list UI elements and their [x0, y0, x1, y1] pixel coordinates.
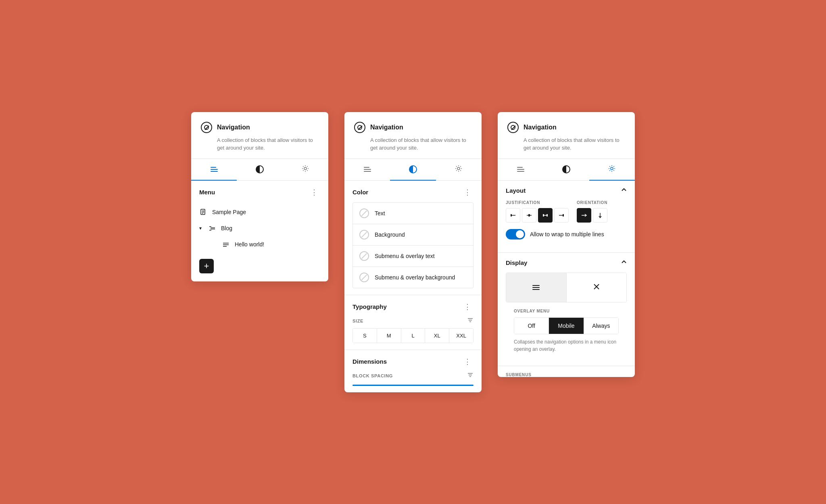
orientation-horizontal-button[interactable]: [577, 208, 591, 223]
panel-3-description: A collection of blocks that allow visito…: [507, 136, 625, 152]
panel-2-title: Navigation: [370, 124, 403, 131]
size-btn-s[interactable]: S: [353, 329, 377, 343]
panel-3-header: Navigation A collection of blocks that a…: [498, 112, 635, 159]
size-btn-l[interactable]: L: [401, 329, 426, 343]
color-more-button[interactable]: ⋮: [461, 187, 473, 198]
tab-list-1[interactable]: [191, 159, 237, 181]
list-item[interactable]: Submenu & overlay text: [353, 246, 473, 267]
layout-title: Layout: [506, 187, 526, 194]
size-btn-xxl[interactable]: XXL: [449, 329, 473, 343]
size-btn-m[interactable]: M: [377, 329, 401, 343]
size-button-group: S M L XL XXL: [353, 328, 473, 343]
block-spacing-label-row: BLOCK SPACING: [353, 372, 473, 380]
contrast-icon-1: [256, 165, 264, 173]
contrast-icon-2: [409, 165, 417, 173]
range-slider[interactable]: [353, 385, 473, 386]
color-swatch-submenu-text: [359, 251, 369, 261]
layout-collapse-button[interactable]: [621, 187, 627, 194]
svg-rect-23: [528, 214, 530, 217]
hamburger-display-icon: [532, 285, 540, 290]
justify-center-button[interactable]: [522, 208, 536, 223]
tab-color-3[interactable]: [543, 159, 589, 181]
tab-color-1[interactable]: [237, 159, 282, 181]
typography-section-header: Typography ⋮: [353, 302, 473, 312]
justification-col: JUSTIFICATION: [506, 200, 569, 223]
display-option-close[interactable]: [566, 273, 627, 302]
orientation-col: ORIENTATION: [577, 200, 627, 223]
page-icon: [199, 208, 207, 216]
menu-more-button[interactable]: ⋮: [308, 187, 320, 198]
panel-2-header: Navigation A collection of blocks that a…: [344, 112, 482, 159]
orientation-label: ORIENTATION: [577, 200, 627, 205]
hamburger-icon-2: [364, 167, 371, 172]
gear-icon-2: [455, 165, 463, 174]
menu-item-label: Hello world!: [235, 241, 264, 248]
overlay-mobile-button[interactable]: Mobile: [549, 318, 584, 334]
add-menu-item-button[interactable]: +: [199, 259, 214, 273]
justify-right-button[interactable]: [554, 208, 569, 223]
tab-color-2[interactable]: [390, 159, 436, 181]
tab-settings-2[interactable]: [436, 159, 482, 181]
caret-icon: ▾: [199, 225, 202, 231]
overlay-always-button[interactable]: Always: [584, 318, 618, 334]
panels-container: Navigation A collection of blocks that a…: [175, 88, 651, 417]
typography-title: Typography: [353, 303, 387, 310]
menu-item-label: Sample Page: [212, 209, 246, 215]
list-item[interactable]: Background: [353, 224, 473, 246]
display-collapse-button[interactable]: [621, 259, 627, 266]
list-item: Hello world!: [199, 236, 320, 252]
tab-settings-1[interactable]: [283, 159, 328, 181]
svg-rect-28: [563, 214, 564, 217]
tab-list-2[interactable]: [344, 159, 390, 181]
orientation-vertical-button[interactable]: [593, 208, 607, 223]
typography-more-button[interactable]: ⋮: [461, 302, 473, 312]
panel-list: Navigation A collection of blocks that a…: [191, 112, 328, 281]
color-label-submenu-text: Submenu & overlay text: [375, 253, 435, 259]
menu-title: Menu: [199, 189, 215, 196]
panel-2-body: Color ⋮ Text Background Submenu & overla…: [344, 181, 482, 392]
indent-icon: [208, 224, 216, 232]
color-section: Color ⋮ Text Background Submenu & overla…: [344, 181, 482, 295]
svg-rect-21: [511, 214, 512, 217]
layout-options: JUSTIFICATION: [506, 200, 627, 223]
display-options-group: [506, 273, 627, 302]
panel-3-body: Layout JUSTIFICATION: [498, 181, 635, 377]
panel-3-tabs: [498, 159, 635, 181]
list-item[interactable]: Text: [353, 203, 473, 224]
block-spacing-label: BLOCK SPACING: [353, 373, 393, 378]
svg-point-0: [304, 167, 307, 170]
typography-section: Typography ⋮ SIZE S M: [344, 295, 482, 350]
justify-left-button[interactable]: [506, 208, 520, 223]
display-title: Display: [506, 259, 527, 266]
color-swatch-background: [359, 230, 369, 240]
navigation-icon-1: [201, 122, 212, 133]
dimensions-more-button[interactable]: ⋮: [461, 356, 473, 367]
panel-1-header: Navigation A collection of blocks that a…: [191, 112, 328, 159]
close-display-icon: [592, 283, 601, 292]
layout-section-header: Layout: [506, 187, 627, 194]
list-item[interactable]: Submenu & overlay background: [353, 267, 473, 288]
menu-item-label: Blog: [221, 225, 232, 231]
toggle-thumb: [516, 230, 524, 238]
menu-items-list: Sample Page ▾ Blog: [191, 204, 328, 259]
svg-point-12: [457, 167, 460, 170]
display-section: Display: [498, 252, 635, 366]
justification-buttons: [506, 208, 569, 223]
submenus-section: SUBMENUS: [498, 366, 635, 377]
justify-space-button[interactable]: [538, 208, 553, 223]
wrap-toggle[interactable]: [506, 229, 525, 240]
size-label-row: SIZE: [353, 317, 473, 325]
color-section-header: Color ⋮: [353, 187, 473, 198]
overlay-off-button[interactable]: Off: [514, 318, 549, 334]
size-btn-xl[interactable]: XL: [425, 329, 449, 343]
display-option-hamburger[interactable]: [506, 273, 566, 302]
tab-settings-3[interactable]: [589, 159, 635, 181]
display-section-header: Display: [506, 259, 627, 266]
overlay-button-group: Off Mobile Always: [514, 317, 619, 334]
hamburger-icon-1: [211, 167, 218, 172]
panel-2-tabs: [344, 159, 482, 181]
color-swatch-text: [359, 208, 369, 218]
tab-list-3[interactable]: [498, 159, 543, 181]
panel-2-description: A collection of blocks that allow visito…: [354, 136, 472, 152]
navigation-icon-3: [507, 122, 519, 133]
